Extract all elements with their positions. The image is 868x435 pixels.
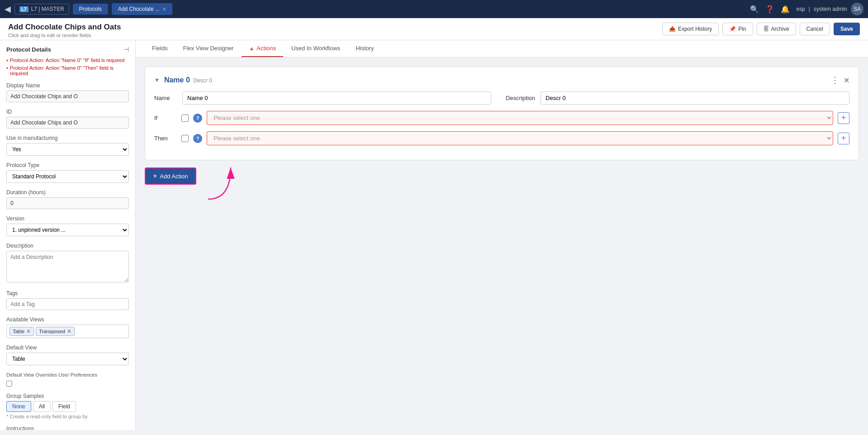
username: system admin xyxy=(814,6,847,12)
action-card-more-icon[interactable]: ⋮ xyxy=(831,75,839,85)
display-name-input[interactable] xyxy=(6,91,129,102)
action-if-row: If ? Please select one + xyxy=(154,111,849,125)
description-label: Description xyxy=(6,243,129,249)
tab-history[interactable]: History xyxy=(348,40,381,57)
tags-input[interactable] xyxy=(6,298,129,310)
user-lang: esp xyxy=(796,6,805,12)
instructions-field: Instructions Add and <b>hand</b> mix the… xyxy=(6,425,129,430)
tab-close-icon[interactable]: × xyxy=(162,5,166,13)
then-select[interactable]: Please select one xyxy=(207,131,833,145)
top-navigation-bar: ◀ L7 L7 | MASTER Protocols Add Chocolate… xyxy=(0,0,868,18)
available-views-container: Table ✕ Transposed ✕ xyxy=(6,325,129,338)
id-label: ID xyxy=(6,109,129,115)
default-view-label: Default View xyxy=(6,344,129,351)
if-select[interactable]: Please select one xyxy=(207,111,833,125)
page-tab[interactable]: Add Chocolate ... × xyxy=(112,3,172,15)
page-tab-label: Add Chocolate ... xyxy=(118,6,160,12)
add-action-section: + Add Action xyxy=(145,167,859,204)
use-in-mfg-select[interactable]: Yes No xyxy=(6,143,129,156)
action-card-chevron-icon[interactable]: ▼ xyxy=(154,77,160,83)
archive-icon: 🗄 xyxy=(764,26,769,32)
pin-button[interactable]: 📌 Pin xyxy=(722,23,753,35)
tab-workflows[interactable]: Used In Workflows xyxy=(284,40,347,57)
group-helper-text: * Create a read-only field to group by xyxy=(6,414,129,419)
tab-fields[interactable]: Fields xyxy=(145,40,175,57)
if-add-button[interactable]: + xyxy=(838,112,849,124)
error-list: Protocol Action: Action "Name 0" "If" fi… xyxy=(6,57,129,76)
save-button[interactable]: Save xyxy=(834,23,860,35)
default-view-override-checkbox[interactable] xyxy=(6,381,12,387)
then-add-button[interactable]: + xyxy=(838,133,849,144)
tabs-bar: Fields Flex View Designer ▲ Actions Used… xyxy=(136,40,868,57)
tab-actions-warning-icon: ▲ xyxy=(249,45,254,52)
avatar[interactable]: SA xyxy=(851,3,863,15)
protocol-type-field: Protocol Type Standard Protocol Template xyxy=(6,162,129,183)
available-views-label: Available Views xyxy=(6,316,129,323)
tag-table-remove[interactable]: ✕ xyxy=(26,328,31,335)
description-textarea[interactable] xyxy=(6,251,129,282)
display-name-field: Display Name xyxy=(6,82,129,102)
action-card-close-icon[interactable]: ✕ xyxy=(844,76,849,85)
id-input[interactable] xyxy=(6,117,129,129)
action-desc-input[interactable] xyxy=(541,91,849,105)
instructions-label: Instructions xyxy=(6,425,129,430)
action-name-input[interactable] xyxy=(182,91,491,105)
search-icon[interactable]: 🔍 xyxy=(750,5,759,14)
header-actions: 📤 Export History 📌 Pin 🗄 Archive Cancel … xyxy=(662,23,860,35)
content-area: Fields Flex View Designer ▲ Actions Used… xyxy=(136,40,868,430)
if-label: If xyxy=(154,115,177,121)
group-samples-field: Group Samples None All Field * Create a … xyxy=(6,393,129,419)
page-title: Add Chocolate Chips and Oats xyxy=(8,23,121,32)
then-help-icon[interactable]: ? xyxy=(193,134,202,143)
add-action-label: Add Action xyxy=(160,173,188,180)
page-title-section: Add Chocolate Chips and Oats Click and d… xyxy=(8,23,121,38)
active-tab[interactable]: Protocols xyxy=(73,4,108,14)
archive-button[interactable]: 🗄 Archive xyxy=(757,23,796,35)
duration-label: Duration (hours) xyxy=(6,189,129,196)
notification-icon[interactable]: 🔔 xyxy=(781,5,790,14)
sub-header: Add Chocolate Chips and Oats Click and d… xyxy=(0,18,868,40)
if-checkbox[interactable] xyxy=(181,115,189,122)
action-card-header: ▼ Name 0 Descr 0 ⋮ ✕ xyxy=(154,75,849,85)
if-help-icon[interactable]: ? xyxy=(193,114,202,123)
default-view-override-field: Default View Overrides User Preferences xyxy=(6,372,129,387)
protocol-type-label: Protocol Type xyxy=(6,162,129,168)
tab-flex-view[interactable]: Flex View Designer xyxy=(176,40,241,57)
protocol-type-select[interactable]: Standard Protocol Template xyxy=(6,170,129,183)
default-view-select[interactable]: Table Transposed xyxy=(6,353,129,365)
group-none-button[interactable]: None xyxy=(6,401,31,412)
tab-actions[interactable]: ▲ Actions xyxy=(242,40,283,57)
export-icon: 📤 xyxy=(669,26,676,32)
error-item-1: Protocol Action: Action "Name 0" "If" fi… xyxy=(6,57,129,63)
action-card-description: Descr 0 xyxy=(193,77,212,84)
arrow-annotation xyxy=(194,163,249,204)
help-icon[interactable]: ❓ xyxy=(765,5,774,14)
group-field-button[interactable]: Field xyxy=(52,401,76,412)
action-name-desc-row: Name Description xyxy=(154,91,849,105)
version-field: Version 1. unpinned version ... xyxy=(6,215,129,236)
then-checkbox[interactable] xyxy=(181,135,189,142)
add-action-plus-icon: + xyxy=(153,172,157,180)
app-label: L7 | MASTER xyxy=(31,6,64,12)
protocol-details-sidebar: Protocol Details ⊣ Protocol Action: Acti… xyxy=(0,40,136,430)
page-subtitle: Click and drag to edit or reorder fields xyxy=(8,33,121,38)
version-label: Version xyxy=(6,215,129,222)
sidebar-collapse-button[interactable]: ⊣ xyxy=(123,46,129,53)
tag-transposed-remove[interactable]: ✕ xyxy=(67,328,71,335)
back-button[interactable]: ◀ xyxy=(5,4,11,14)
user-info: esp | system admin SA xyxy=(796,3,863,15)
default-view-field: Default View Table Transposed xyxy=(6,344,129,365)
cancel-button[interactable]: Cancel xyxy=(800,23,830,35)
app-selector[interactable]: L7 L7 | MASTER xyxy=(14,4,69,14)
duration-input[interactable] xyxy=(6,197,129,209)
action-card-0: ▼ Name 0 Descr 0 ⋮ ✕ Name Description xyxy=(145,67,859,160)
default-view-override-label: Default View Overrides User Preferences xyxy=(6,372,129,378)
add-action-button[interactable]: + Add Action xyxy=(145,167,196,185)
group-all-button[interactable]: All xyxy=(33,401,51,412)
name-field-label: Name xyxy=(154,95,177,101)
version-select[interactable]: 1. unpinned version ... xyxy=(6,224,129,236)
main-layout: Protocol Details ⊣ Protocol Action: Acti… xyxy=(0,40,868,430)
export-history-button[interactable]: 📤 Export History xyxy=(662,23,719,35)
pin-icon: 📌 xyxy=(729,26,736,32)
tag-table: Table ✕ xyxy=(9,327,34,336)
